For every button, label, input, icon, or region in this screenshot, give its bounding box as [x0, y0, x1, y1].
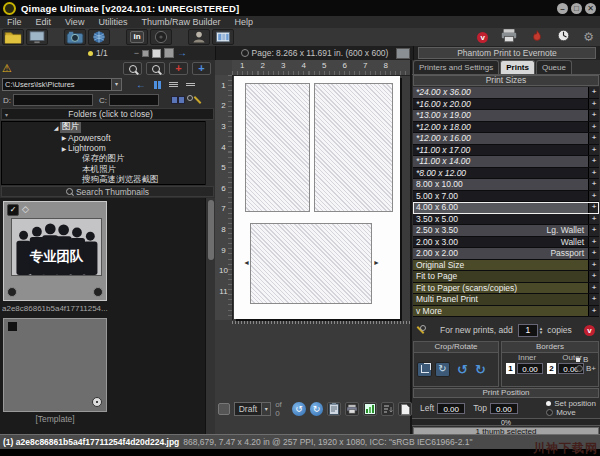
print-placeholder-selected[interactable] — [250, 223, 372, 304]
add-size-icon[interactable]: + — [588, 306, 599, 317]
print-size-row[interactable]: 8.00 x 10.00 + — [413, 179, 599, 191]
menu-item[interactable]: Help — [227, 17, 260, 27]
print-size-row[interactable]: 2.00 x 3.00 Wallet + — [413, 237, 599, 249]
open-folder-button[interactable] — [2, 29, 24, 45]
rotate-cw-button[interactable]: ↻ — [475, 363, 486, 376]
print-size-row[interactable]: 2.00 x 2.00 Passport + — [413, 248, 599, 260]
printer-name-bar[interactable]: Phantom Print to Evernote — [418, 47, 596, 59]
add-size-icon[interactable]: + — [588, 87, 599, 98]
add-size-icon[interactable]: + — [588, 110, 599, 121]
maximize-button[interactable]: □ — [571, 3, 582, 14]
new-document-button[interactable] — [398, 402, 412, 416]
page-canvas[interactable]: ◄ ► — [234, 76, 400, 319]
search-thumbnails-bar[interactable]: Search Thumbnails — [1, 186, 214, 197]
add-size-icon[interactable]: + — [588, 168, 599, 179]
inner-border-input[interactable]: 0.00 — [517, 363, 543, 374]
print-placeholder-1[interactable] — [245, 83, 310, 212]
print-size-row[interactable]: 2.50 x 3.50 Lg. Wallet + — [413, 225, 599, 237]
template-thumbnail[interactable] — [3, 318, 107, 412]
prefs-wrench-icon[interactable] — [416, 325, 426, 335]
zoom-in-thumbs-button[interactable] — [146, 62, 165, 75]
print-size-row[interactable]: *24.00 x 36.00 + — [413, 87, 599, 99]
v-badge-icon[interactable]: v — [584, 325, 595, 336]
page-printer-icon[interactable] — [396, 48, 410, 59]
drive-c-input[interactable] — [109, 94, 159, 106]
settings-tab[interactable]: Prints — [500, 60, 535, 74]
folder-tree-item[interactable]: ▶ Apowersoft — [2, 133, 213, 144]
print-page-button[interactable] — [345, 402, 359, 416]
page-radio-icon[interactable] — [241, 49, 249, 57]
add-blue-button[interactable]: + — [192, 62, 211, 75]
portrait-button[interactable] — [188, 29, 210, 45]
add-size-icon[interactable]: + — [588, 191, 599, 202]
camera-button[interactable] — [64, 29, 86, 45]
resize-handle-right-icon[interactable]: ► — [373, 259, 380, 266]
zoom-out-thumbs-button[interactable] — [123, 62, 142, 75]
next-page-button[interactable]: ↻ — [310, 402, 324, 416]
add-size-icon[interactable]: + — [588, 260, 599, 271]
menu-item[interactable]: File — [0, 17, 29, 27]
thumb-size-medium[interactable] — [152, 49, 161, 58]
share-globe-button[interactable] — [88, 29, 110, 45]
tree-scrollbar[interactable] — [205, 121, 214, 185]
folder-tree-item[interactable]: 搜狗高速浏览器截图 — [2, 175, 213, 185]
menu-item[interactable]: Edit — [29, 17, 59, 27]
rotate-ccw-button[interactable]: ↺ — [457, 363, 468, 376]
print-size-row[interactable]: Fit to Paper (scans/copies) + — [413, 283, 599, 295]
folder-tree-item[interactable]: ◢ 图片 — [2, 122, 213, 133]
print-placeholder-2[interactable] — [314, 83, 393, 212]
add-size-icon[interactable]: + — [588, 202, 599, 213]
print-button[interactable] — [500, 28, 518, 47]
close-button[interactable]: ✕ — [585, 3, 596, 14]
thumb-size-minus[interactable]: − — [134, 48, 139, 58]
thumb-size-small[interactable] — [142, 50, 149, 57]
add-size-icon[interactable]: + — [588, 179, 599, 190]
folders-header[interactable]: ▾ Folders (click to close) — [1, 108, 214, 120]
folder-path-select[interactable]: C:\Users\lsk\Pictures ▾ — [2, 78, 122, 91]
print-size-row[interactable]: 3.50 x 5.00 + — [413, 214, 599, 226]
menu-item[interactable]: Thumb/Raw Builder — [134, 17, 227, 27]
add-size-icon[interactable]: + — [588, 271, 599, 282]
move-radio[interactable]: Move — [546, 408, 596, 417]
find-binoculars-icon[interactable] — [171, 96, 185, 104]
thumb-info-icon[interactable] — [7, 287, 17, 297]
menu-item[interactable]: Utilities — [91, 17, 134, 27]
thumbnail-scrollbar[interactable] — [205, 198, 215, 434]
clipboard-button[interactable] — [327, 402, 341, 416]
add-size-icon[interactable]: + — [588, 237, 599, 248]
drive-d-input[interactable] — [13, 94, 93, 106]
tree-view-icon[interactable] — [186, 82, 195, 87]
border-bplus-radio[interactable]: B+ — [576, 364, 596, 373]
add-size-icon[interactable]: + — [588, 294, 599, 305]
print-size-row[interactable]: Fit to Page + — [413, 271, 599, 283]
left-position-input[interactable]: 0.00 — [437, 403, 465, 414]
disc-button[interactable] — [150, 29, 172, 45]
quality-dropdown-icon[interactable]: ▾ — [261, 403, 270, 415]
path-dropdown-icon[interactable]: ▾ — [111, 79, 121, 90]
settings-tab[interactable]: Printers and Settings — [413, 60, 499, 74]
add-size-icon[interactable]: + — [588, 225, 599, 236]
set-position-radio[interactable]: Set position — [546, 399, 596, 408]
add-size-icon[interactable]: + — [588, 156, 599, 167]
thumb-size-arrow-icon[interactable]: → — [177, 48, 187, 58]
print-size-row[interactable]: *13.00 x 19.00 + — [413, 110, 599, 122]
template-checkbox[interactable] — [8, 322, 17, 331]
menu-item[interactable]: View — [58, 17, 91, 27]
print-size-row[interactable]: v More + — [413, 306, 599, 318]
top-position-input[interactable]: 0.00 — [490, 403, 518, 414]
save-button[interactable] — [26, 29, 48, 45]
resize-handle-left-icon[interactable]: ◄ — [243, 259, 250, 266]
back-arrow-icon[interactable]: ← — [136, 80, 146, 90]
add-size-icon[interactable]: + — [588, 99, 599, 110]
add-size-icon[interactable]: + — [588, 122, 599, 133]
prev-page-button[interactable]: ↺ — [292, 402, 306, 416]
minimize-button[interactable]: – — [557, 3, 568, 14]
print-size-row[interactable]: *12.00 x 16.00 + — [413, 133, 599, 145]
linkedin-icon[interactable]: in — [126, 29, 148, 45]
thumbnail-item[interactable]: ✓ ◇ 专业团队 — [3, 201, 107, 301]
v-badge-icon[interactable]: v — [477, 32, 488, 43]
add-red-button[interactable]: + — [169, 62, 188, 75]
clock-icon[interactable] — [556, 28, 571, 47]
print-size-row[interactable]: *8.00 x 12.00 + — [413, 168, 599, 180]
add-size-icon[interactable]: + — [588, 214, 599, 225]
